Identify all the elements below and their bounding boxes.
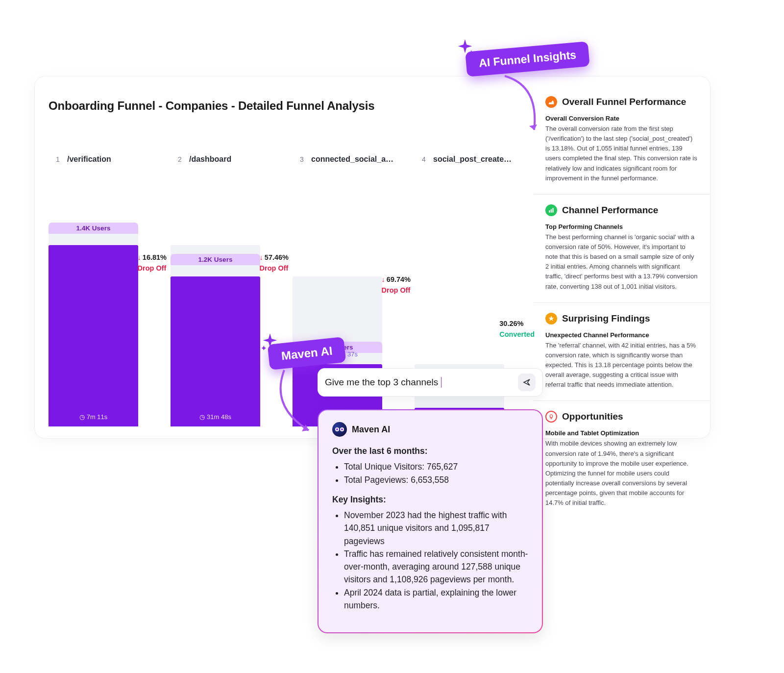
bot-avatar-icon bbox=[332, 422, 347, 437]
svg-rect-1 bbox=[551, 209, 552, 213]
key-insights-heading: Key Insights: bbox=[332, 495, 386, 504]
step-number: 4 bbox=[419, 155, 428, 163]
insight-item: Traffic has remained relatively consiste… bbox=[344, 548, 528, 586]
insight-item: November 2023 had the highest traffic wi… bbox=[344, 509, 528, 548]
ai-prompt-input[interactable]: Give me the top 3 channels bbox=[325, 377, 513, 388]
funnel-bar bbox=[171, 276, 260, 426]
arrow-down-icon: ↓ bbox=[260, 253, 263, 261]
step-number: 1 bbox=[53, 155, 62, 163]
insights-panel: Overall Funnel Performance Overall Conve… bbox=[534, 86, 710, 428]
clock-icon: ◷ bbox=[199, 413, 205, 421]
page-title: Onboarding Funnel - Companies - Detailed… bbox=[49, 99, 374, 113]
convert-label: 30.26%Converted bbox=[499, 319, 535, 339]
response-intro: Over the last 6 months: bbox=[332, 446, 428, 456]
arrow-down-icon: ↓ bbox=[382, 275, 385, 283]
send-button[interactable] bbox=[518, 374, 536, 391]
arrow-down-icon: ↓ bbox=[138, 253, 141, 261]
insight-item: April 2024 data is partial, explaining t… bbox=[344, 586, 528, 612]
maven-ai-widget: Give me the top 3 channels Maven AI Over… bbox=[318, 368, 543, 633]
ai-insights-pill: AI Funnel Insights bbox=[465, 41, 590, 77]
step-number: 3 bbox=[297, 155, 306, 163]
maven-response-card: Maven AI Over the last 6 months: Total U… bbox=[318, 409, 543, 633]
insight-surprising: Surprising Findings Unexpected Channel P… bbox=[534, 302, 710, 401]
ai-prompt[interactable]: Give me the top 3 channels bbox=[318, 368, 543, 397]
step-name: /dashboard bbox=[189, 155, 231, 164]
step-name: connected_social_a… bbox=[311, 155, 393, 164]
dropoff-label: ↓57.46%Drop Off bbox=[260, 253, 289, 273]
chart-icon bbox=[545, 204, 557, 216]
svg-point-6 bbox=[341, 428, 343, 430]
funnel-step-1[interactable]: 1/verification 1.4K Users ◷7m 11s ↓16.81… bbox=[49, 155, 158, 426]
step-name: social_post_create… bbox=[433, 155, 512, 164]
bulb-icon bbox=[545, 411, 557, 423]
funnel-bar bbox=[49, 245, 138, 426]
maven-card-title: Maven AI bbox=[352, 424, 390, 435]
insight-overall: Overall Funnel Performance Overall Conve… bbox=[534, 86, 710, 194]
stat-item: Total Unique Visitors: 765,627 bbox=[344, 460, 528, 473]
time-label: ◷7m 11s bbox=[49, 413, 138, 421]
dropoff-label: ↓69.74%Drop Off bbox=[382, 275, 411, 295]
step-number: 2 bbox=[175, 155, 184, 163]
users-badge: 1.4K Users bbox=[49, 223, 138, 234]
clock-icon: ◷ bbox=[79, 413, 85, 421]
svg-point-5 bbox=[336, 428, 338, 430]
time-label: ◷31m 48s bbox=[171, 413, 260, 421]
users-badge: 1.2K Users bbox=[171, 254, 260, 265]
svg-rect-2 bbox=[552, 208, 553, 212]
step-name: /verification bbox=[67, 155, 111, 164]
funnel-step-2[interactable]: 2/dashboard 1.2K Users ◷31m 48s ↓57.46%D… bbox=[171, 155, 280, 426]
insight-channel: Channel Performance Top Performing Chann… bbox=[534, 194, 710, 302]
star-icon bbox=[545, 313, 557, 324]
stat-item: Total Pageviews: 6,653,558 bbox=[344, 474, 528, 486]
dropoff-label: ↓16.81%Drop Off bbox=[138, 253, 167, 273]
groups-icon bbox=[545, 96, 557, 108]
svg-rect-0 bbox=[549, 210, 550, 213]
insight-opportunities: Opportunities Mobile and Tablet Optimiza… bbox=[534, 400, 710, 519]
